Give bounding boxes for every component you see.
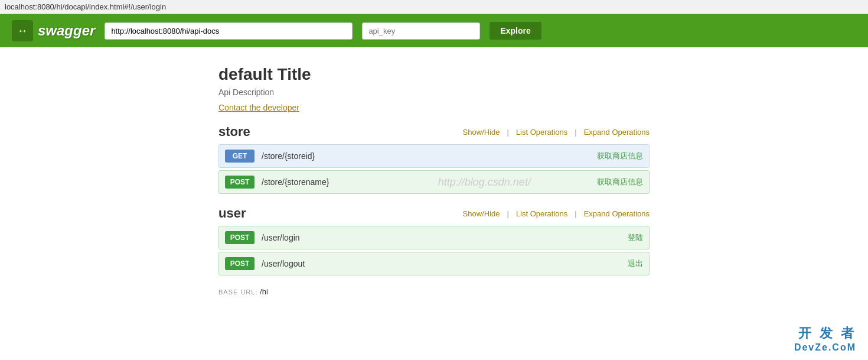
base-url-label: BASE URL: <box>218 288 257 296</box>
api-description: 登陆 <box>596 232 643 243</box>
browser-bar: localhost:8080/hi/docapi/index.html#!/us… <box>0 0 868 14</box>
browser-url: localhost:8080/hi/docapi/index.html#!/us… <box>5 2 166 11</box>
method-badge-post: POST <box>225 176 254 189</box>
user-list-ops[interactable]: List Operations <box>516 209 567 218</box>
api-description: 退出 <box>596 258 643 269</box>
swagger-icon: ↔ <box>12 20 33 41</box>
explore-button[interactable]: Explore <box>490 22 541 40</box>
swagger-logo-text: swagger <box>38 22 95 39</box>
api-description: 获取商店信息 <box>596 151 643 161</box>
store-section-title: store <box>218 124 250 140</box>
api-path: /user/login <box>262 233 373 242</box>
apikey-input[interactable] <box>362 22 480 40</box>
store-list-ops[interactable]: List Operations <box>516 128 567 137</box>
swagger-header: ↔ swagger Explore <box>0 14 868 47</box>
table-row[interactable]: POST /store/{storename} http://blog.csdn… <box>218 170 650 194</box>
store-show-hide[interactable]: Show/Hide <box>463 128 500 137</box>
base-url-value: /hi <box>260 287 268 296</box>
base-url: BASE URL: /hi <box>218 287 650 296</box>
api-url-input[interactable] <box>105 22 353 40</box>
user-section-controls: Show/Hide | List Operations | Expand Ope… <box>463 209 650 218</box>
divider3: | <box>507 209 508 218</box>
divider2: | <box>575 128 576 137</box>
method-badge-post: POST <box>225 257 254 270</box>
api-watermark: http://blog.csdn.net/ <box>373 176 596 189</box>
swagger-logo: ↔ swagger <box>12 20 95 41</box>
user-section: user Show/Hide | List Operations | Expan… <box>218 206 650 275</box>
contact-developer-link[interactable]: Contact the developer <box>218 103 299 112</box>
main-content: default Title Api Description Contact th… <box>0 47 868 314</box>
table-row[interactable]: GET /store/{storeid} 获取商店信息 <box>218 144 650 168</box>
user-show-hide[interactable]: Show/Hide <box>463 209 500 218</box>
divider4: | <box>575 209 576 218</box>
method-badge-get: GET <box>225 150 254 163</box>
page-description: Api Description <box>218 87 650 97</box>
user-expand-ops[interactable]: Expand Operations <box>584 209 650 218</box>
store-expand-ops[interactable]: Expand Operations <box>584 128 650 137</box>
table-row[interactable]: POST /user/logout 退出 <box>218 252 650 275</box>
store-section-header: store Show/Hide | List Operations | Expa… <box>218 124 650 140</box>
api-path: /store/{storeid} <box>262 151 373 161</box>
user-section-header: user Show/Hide | List Operations | Expan… <box>218 206 650 221</box>
page-title: default Title <box>218 65 650 84</box>
method-badge-post: POST <box>225 231 254 244</box>
user-section-title: user <box>218 206 246 221</box>
api-path: /user/logout <box>262 259 373 268</box>
api-path: /store/{storename} <box>262 177 373 187</box>
api-description: 获取商店信息 <box>596 177 643 187</box>
divider1: | <box>507 128 508 137</box>
table-row[interactable]: POST /user/login 登陆 <box>218 226 650 249</box>
store-section: store Show/Hide | List Operations | Expa… <box>218 124 650 194</box>
store-section-controls: Show/Hide | List Operations | Expand Ope… <box>463 128 650 137</box>
